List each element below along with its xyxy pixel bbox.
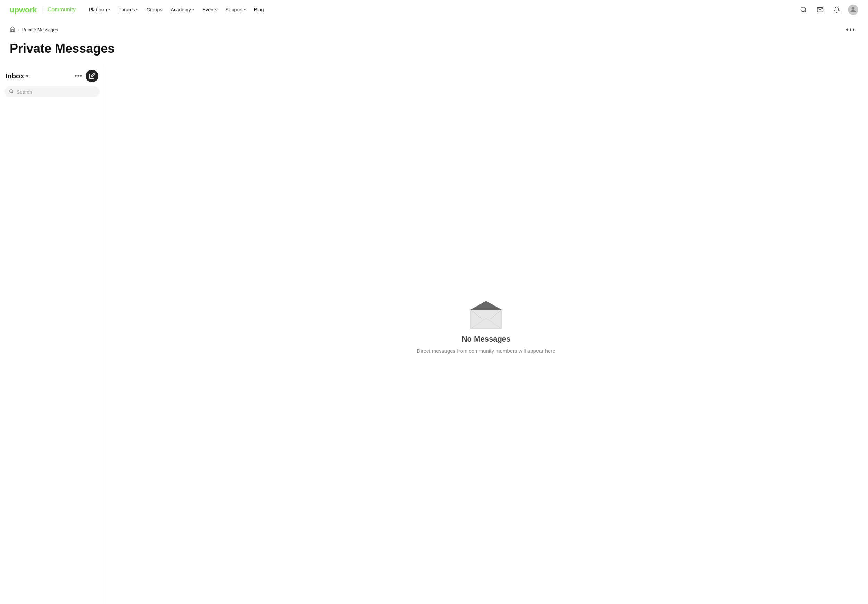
nav-item-blog[interactable]: Blog	[251, 4, 267, 15]
nav-label-platform: Platform	[89, 7, 107, 12]
sidebar-header: Inbox ▾ •••	[0, 70, 104, 87]
home-icon	[10, 26, 15, 32]
avatar-icon	[849, 6, 857, 14]
chevron-down-icon: ▾	[136, 8, 138, 11]
breadcrumb: › Private Messages	[10, 26, 58, 33]
nav-actions	[798, 4, 858, 15]
page-title: Private Messages	[10, 41, 858, 56]
search-button[interactable]	[798, 4, 809, 15]
sidebar: Inbox ▾ •••	[0, 64, 104, 604]
brand-divider	[44, 6, 44, 14]
breadcrumb-current: Private Messages	[22, 27, 58, 32]
nav-label-events: Events	[202, 7, 217, 12]
nav-label-forums: Forums	[118, 7, 135, 12]
svg-point-4	[10, 90, 13, 93]
svg-marker-9	[470, 301, 502, 310]
svg-line-2	[805, 11, 806, 12]
inbox-dropdown-button[interactable]: Inbox ▾	[6, 72, 28, 80]
compose-icon	[89, 73, 95, 79]
search-input[interactable]	[17, 89, 95, 95]
nav-items: Platform ▾ Forums ▾ Groups Academy ▾ Eve…	[85, 4, 795, 15]
compose-message-button[interactable]	[86, 70, 98, 82]
svg-text:upwork: upwork	[10, 6, 37, 14]
svg-point-3	[852, 7, 854, 10]
chevron-down-icon: ▾	[108, 8, 110, 11]
breadcrumb-separator: ›	[18, 28, 19, 32]
svg-point-1	[801, 7, 806, 11]
nav-label-academy: Academy	[170, 7, 191, 12]
nav-label-blog: Blog	[254, 7, 264, 12]
messages-button[interactable]	[815, 4, 826, 15]
nav-item-platform[interactable]: Platform ▾	[85, 4, 113, 15]
chevron-down-icon: ▾	[192, 8, 194, 11]
main-content: Inbox ▾ •••	[0, 64, 868, 604]
empty-envelope-icon	[467, 299, 505, 330]
search-icon	[9, 89, 14, 95]
empty-state: No Messages Direct messages from communi…	[417, 299, 555, 354]
svg-rect-6	[470, 310, 502, 329]
message-icon	[817, 6, 823, 13]
user-avatar[interactable]	[848, 5, 858, 15]
empty-state-subtitle: Direct messages from community members w…	[417, 348, 555, 354]
inbox-label: Inbox	[6, 72, 24, 80]
svg-line-5	[12, 92, 14, 93]
inbox-more-options-button[interactable]: •••	[74, 73, 82, 80]
nav-item-groups[interactable]: Groups	[143, 4, 166, 15]
sidebar-actions: •••	[74, 70, 98, 82]
search-icon-svg	[9, 89, 14, 94]
nav-item-events[interactable]: Events	[199, 4, 221, 15]
nav-label-groups: Groups	[146, 7, 162, 12]
upwork-wordmark-svg: upwork	[10, 5, 40, 15]
bell-icon	[833, 6, 840, 13]
breadcrumb-home[interactable]	[10, 26, 15, 33]
nav-item-support[interactable]: Support ▾	[222, 4, 249, 15]
brand: upwork Community	[10, 5, 76, 15]
nav-item-forums[interactable]: Forums ▾	[115, 4, 141, 15]
nav-label-support: Support	[226, 7, 243, 12]
search-icon	[800, 6, 807, 13]
search-input-wrap	[4, 87, 100, 97]
inbox-chevron-icon: ▾	[26, 74, 28, 79]
community-label: Community	[48, 6, 76, 13]
nav-item-academy[interactable]: Academy ▾	[167, 4, 197, 15]
chevron-down-icon: ▾	[244, 8, 246, 11]
page-more-options-button[interactable]: •••	[843, 24, 858, 35]
breadcrumb-bar: › Private Messages •••	[0, 19, 868, 38]
upwork-logo[interactable]: upwork	[10, 5, 40, 15]
search-container	[0, 87, 104, 101]
message-area: No Messages Direct messages from communi…	[104, 64, 868, 604]
notifications-button[interactable]	[831, 4, 842, 15]
empty-state-title: No Messages	[462, 335, 511, 344]
page-title-area: Private Messages	[0, 38, 868, 64]
navbar: upwork Community Platform ▾ Forums ▾ Gro…	[0, 0, 868, 19]
